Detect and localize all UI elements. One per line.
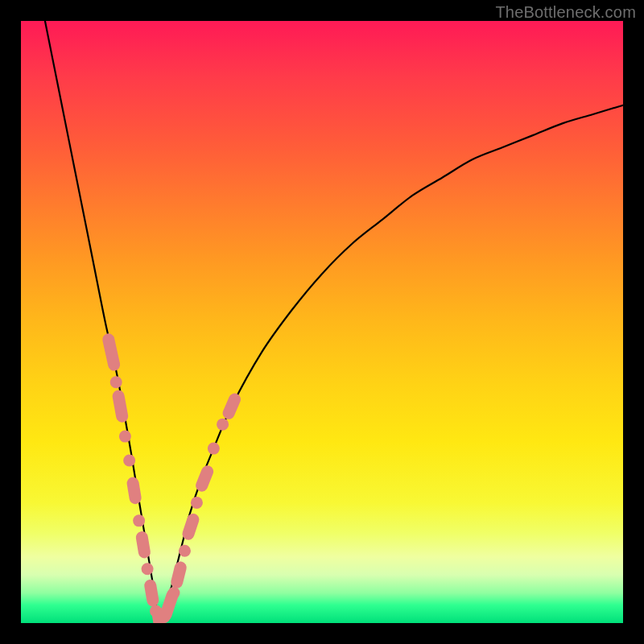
bead-capsule	[194, 464, 215, 493]
bead-dot	[217, 419, 229, 431]
bead-dot	[167, 587, 180, 599]
bead-capsule	[101, 332, 122, 372]
bead-capsule	[135, 530, 151, 559]
watermark-text: TheBottleneck.com	[495, 3, 636, 22]
bead-dot	[123, 455, 135, 467]
bead-capsule	[170, 560, 188, 589]
bead-dot	[179, 545, 191, 557]
bottleneck-curve	[45, 21, 623, 623]
bead-dot	[208, 443, 220, 455]
bead-capsule	[180, 512, 200, 542]
bead-capsule	[126, 477, 142, 506]
bottom-border	[0, 623, 644, 644]
bead-capsule	[143, 579, 159, 608]
bead-capsule	[221, 391, 242, 421]
bead-dot	[119, 431, 131, 443]
bead-dot	[110, 376, 122, 388]
bead-capsule	[111, 390, 129, 423]
sample-beads	[101, 332, 243, 640]
bead-dot	[133, 514, 145, 526]
bead-dot	[191, 497, 203, 509]
bead-dot	[142, 563, 154, 575]
chart-svg	[21, 21, 623, 623]
